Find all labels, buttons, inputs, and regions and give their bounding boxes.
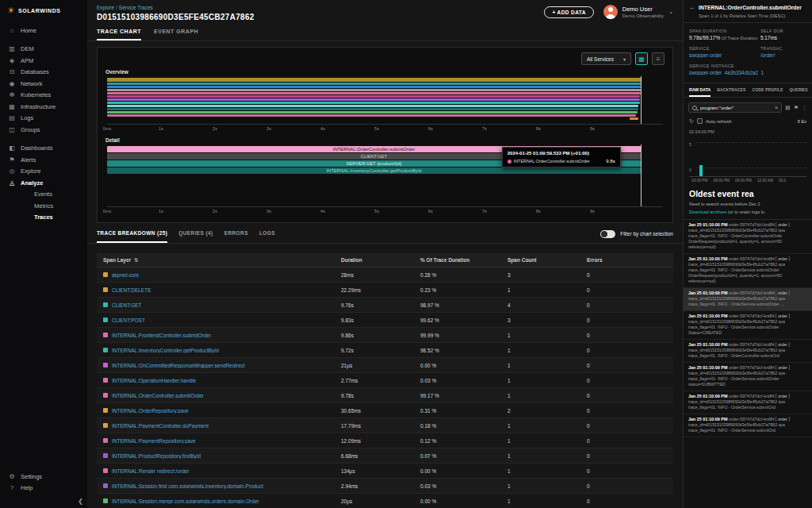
detail-chart[interactable]: INTERNAL:OrderController.submitOrder CLI…	[107, 146, 663, 205]
sidebar-collapse-button[interactable]: ❮	[78, 498, 83, 505]
span-layer-link[interactable]: INTERNAL:PaymentRepository.save	[112, 438, 196, 444]
sidebar-item[interactable]: ▤ Logs	[0, 113, 87, 125]
sidebar-item[interactable]: ⌂ Home	[0, 25, 87, 37]
sidebar-item[interactable]: Traces	[0, 212, 87, 224]
log-entry[interactable]: Jan 25 01:10:00 PM order-59747d7dcf-krd8…	[684, 254, 812, 288]
table-row[interactable]: INTERNAL:FrontendController.submitOrder …	[97, 328, 673, 343]
events-histogram[interactable]: 5 0	[689, 136, 806, 177]
detail-span-bar[interactable]: INTERNAL:InventoryController.getProductB…	[107, 167, 641, 174]
log-entry[interactable]: Jan 25 01:10:09 PM order-59747d7dcf-krd8…	[684, 414, 812, 437]
table-row[interactable]: INTERNAL:PaymentRepository.save 12.09ms …	[97, 433, 673, 448]
table-row[interactable]: INTERNAL:ProductRepository.findById 6.68…	[97, 448, 673, 464]
overview-span-bar[interactable]	[107, 86, 641, 88]
sort-icon[interactable]: ⇅	[134, 257, 138, 263]
span-layer-link[interactable]: CLIENT:POST	[112, 318, 145, 323]
breakdown-tab[interactable]: ERRORS	[224, 225, 248, 243]
table-row[interactable]: INTERNAL:OrderController.submitOrder 9.7…	[97, 388, 673, 403]
span-layer-link[interactable]: INTERNAL:Session.find com.solarwinds.inv…	[112, 483, 263, 489]
transaction-link[interactable]: /order/	[760, 52, 806, 58]
overview-span-bar[interactable]	[107, 114, 636, 117]
main-tab[interactable]: TRACE CHART	[97, 29, 141, 40]
main-tab[interactable]: EVENT GRAPH	[154, 29, 198, 40]
event-count-bar[interactable]	[699, 165, 703, 176]
overview-chart[interactable]	[107, 78, 663, 122]
columns-icon[interactable]: ▤	[785, 105, 791, 111]
sidebar-item[interactable]: Metrics	[0, 200, 87, 212]
table-row[interactable]: INTERNAL:Session.merge com.solarwinds.or…	[97, 494, 673, 508]
log-entry[interactable]: Jan 25 01:10:00 PM order-59747d7dcf-krd8…	[684, 340, 812, 363]
span-layer-link[interactable]: INTERNAL:PaymentController.doPayment	[112, 423, 209, 429]
sidebar-item[interactable]: ◫ Groups	[0, 124, 87, 136]
overview-span-bar[interactable]	[107, 83, 642, 85]
sidebar-item[interactable]: ☸ Kubernetes	[0, 90, 87, 102]
sidebar-item[interactable]: ⊟ Databases	[0, 67, 87, 79]
column-span-layer[interactable]: Span Layer⇅	[103, 257, 341, 264]
filter-toggle[interactable]	[600, 230, 615, 238]
span-layer-link[interactable]: INTERNAL:ProductRepository.findById	[112, 453, 201, 459]
log-entry[interactable]: Jan 25 01:10:09 PM order-59747d7dcf-krd8…	[684, 391, 812, 414]
log-entry[interactable]: Jan 25 01:10:09 PM order-59747d7dcf-krd8…	[684, 363, 812, 391]
selection-line[interactable]	[641, 76, 642, 124]
solarwinds-logo[interactable]: ☀ SOLARWINDS	[0, 6, 87, 25]
column-duration[interactable]: Duration	[341, 257, 420, 263]
list-view-toggle-button[interactable]: ≡	[652, 52, 665, 65]
table-row[interactable]: INTERNAL:InventoryController.getProductB…	[97, 343, 673, 358]
table-row[interactable]: INTERNAL:OperationHandler.handle 2.77ms …	[97, 373, 673, 388]
span-layer-link[interactable]: INTERNAL:OnCommittedResponseWrapper.send…	[112, 363, 245, 368]
table-row[interactable]: aspnet-core 28ms 0.28 % 3 0	[97, 267, 673, 283]
span-layer-link[interactable]: INTERNAL:OperationHandler.handle	[112, 378, 196, 383]
span-layer-link[interactable]: CLIENT:DELETE	[112, 287, 151, 293]
table-row[interactable]: INTERNAL:Render redirect:/order 134µs 0.…	[97, 464, 673, 479]
log-entry[interactable]: Jan 25 01:10:00 PM order-59747d7dcf-krd8…	[684, 220, 812, 254]
span-layer-link[interactable]: aspnet-core	[112, 272, 139, 278]
bookmark-icon[interactable]: ⚑	[794, 105, 799, 111]
refresh-icon[interactable]: ↻	[689, 118, 694, 125]
service-instance-link[interactable]: swopper-order_4a3b334cb2a2_1	[689, 70, 806, 75]
span-layer-link[interactable]: INTERNAL:FrontendController.submitOrder	[112, 333, 211, 338]
sidebar-item[interactable]: ◧ Dashboards	[0, 143, 87, 155]
span-layer-link[interactable]: INTERNAL:OrderRepository.save	[112, 408, 189, 414]
sidebar-item[interactable]: ◉ Network	[0, 78, 87, 90]
download-archives-link[interactable]: Download archives	[689, 210, 726, 214]
overview-span-bar[interactable]	[107, 102, 640, 104]
span-layer-link[interactable]: INTERNAL:Session.merge com.solarwinds.or…	[112, 498, 259, 504]
breakdown-tab[interactable]: TRACE BREAKDOWN (25)	[97, 225, 167, 243]
overview-span-bar[interactable]	[107, 111, 638, 114]
table-row[interactable]: CLIENT:DELETE 22.29ms 0.23 % 1 0	[97, 283, 673, 298]
clear-search-icon[interactable]: ×	[775, 105, 778, 110]
sidebar-item[interactable]: ◬ Analyze	[0, 177, 87, 189]
sidebar-item[interactable]: ▦ Infrastructure	[0, 101, 87, 113]
kebab-menu-icon[interactable]: ⋮	[802, 105, 807, 111]
selection-line[interactable]	[641, 144, 642, 206]
sidebar-item[interactable]: ◎ Explore	[0, 166, 87, 178]
column-span-count[interactable]: Span Count	[508, 257, 587, 263]
table-row[interactable]: INTERNAL:OnCommittedResponseWrapper.send…	[97, 358, 673, 373]
span-detail-tab[interactable]: CODE PROFILE	[753, 87, 783, 97]
add-data-button[interactable]: + ADD DATA	[544, 6, 593, 18]
sidebar-item[interactable]: Events	[0, 189, 87, 201]
breadcrumb-current-link[interactable]: Service Traces	[119, 5, 153, 10]
table-row[interactable]: INTERNAL:OrderRepository.save 30.65ms 0.…	[97, 403, 673, 418]
column-errors[interactable]: Errors	[587, 257, 667, 263]
table-row[interactable]: CLIENT:GET 9.76s 98.97 % 4 0	[97, 298, 673, 313]
breakdown-tab[interactable]: LOGS	[259, 225, 275, 243]
span-layer-link[interactable]: INTERNAL:Render redirect:/order	[112, 468, 190, 474]
log-entry[interactable]: Jan 25 01:10:00 PM order-59747d7dcf-krd8…	[684, 288, 812, 311]
span-layer-link[interactable]: INTERNAL:InventoryController.getProductB…	[112, 348, 219, 353]
column-pct[interactable]: % Of Trace Duration	[420, 257, 508, 263]
sidebar-item[interactable]: ◈ APM	[0, 55, 87, 67]
span-detail-tab[interactable]: RAW DATA	[689, 87, 710, 97]
chart-view-toggle-button[interactable]: ▦	[635, 52, 648, 65]
auto-refresh-checkbox[interactable]	[697, 118, 703, 124]
table-row[interactable]: INTERNAL:Session.find com.solarwinds.inv…	[97, 479, 673, 494]
sidebar-item[interactable]: ⚑ Alerts	[0, 154, 87, 166]
overview-span-bar[interactable]	[107, 108, 638, 110]
table-row[interactable]: INTERNAL:PaymentController.doPayment 17.…	[97, 418, 673, 433]
overview-span-bar[interactable]	[107, 89, 641, 91]
overview-span-bar[interactable]	[107, 98, 640, 101]
user-menu[interactable]: Demo User Demo Observability ⌄	[603, 5, 673, 19]
log-search-input[interactable]: program:"order" ×	[688, 102, 782, 113]
sidebar-item[interactable]: ? Help	[0, 483, 87, 495]
log-entry[interactable]: Jan 25 01:10:00 PM order-59747d7dcf-krd8…	[684, 311, 812, 340]
sidebar-item[interactable]: ▥ DEM	[0, 44, 87, 56]
